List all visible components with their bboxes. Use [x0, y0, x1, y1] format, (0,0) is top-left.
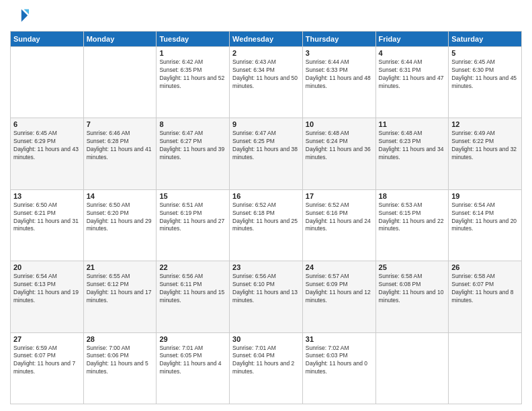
day-number: 11 [379, 120, 446, 128]
day-info: Sunrise: 7:01 AMSunset: 6:04 PMDaylight:… [232, 345, 300, 377]
day-info: Sunrise: 6:43 AMSunset: 6:34 PMDaylight:… [232, 58, 300, 91]
logo [10, 7, 32, 26]
day-number: 8 [159, 120, 226, 128]
weekday-header-saturday: Saturday [449, 32, 522, 47]
calendar-cell: 31Sunrise: 7:02 AMSunset: 6:03 PMDayligh… [302, 332, 375, 404]
day-info: Sunrise: 6:57 AMSunset: 6:09 PMDaylight:… [306, 273, 373, 305]
day-info: Sunrise: 6:48 AMSunset: 6:24 PMDaylight:… [306, 130, 373, 162]
day-number: 23 [232, 263, 300, 271]
day-number: 31 [306, 335, 373, 343]
calendar-cell: 12Sunrise: 6:49 AMSunset: 6:22 PMDayligh… [449, 118, 522, 189]
day-info: Sunrise: 6:42 AMSunset: 6:35 PMDaylight:… [159, 58, 226, 91]
day-info: Sunrise: 6:44 AMSunset: 6:33 PMDaylight:… [306, 58, 373, 91]
day-number: 19 [451, 192, 519, 200]
day-number: 3 [306, 49, 373, 57]
day-number: 21 [87, 263, 154, 271]
calendar-page: SundayMondayTuesdayWednesdayThursdayFrid… [0, 0, 532, 411]
day-number: 16 [232, 192, 300, 200]
day-info: Sunrise: 6:52 AMSunset: 6:18 PMDaylight:… [232, 201, 300, 234]
day-info: Sunrise: 6:50 AMSunset: 6:21 PMDaylight:… [13, 201, 81, 234]
weekday-header-sunday: Sunday [11, 32, 84, 47]
day-number: 1 [159, 49, 226, 57]
day-info: Sunrise: 6:51 AMSunset: 6:19 PMDaylight:… [159, 201, 226, 234]
calendar-cell: 20Sunrise: 6:54 AMSunset: 6:13 PMDayligh… [11, 261, 84, 332]
calendar-cell: 5Sunrise: 6:45 AMSunset: 6:30 PMDaylight… [449, 47, 522, 118]
calendar-cell [83, 47, 157, 118]
day-number: 20 [13, 263, 81, 271]
calendar-cell: 23Sunrise: 6:56 AMSunset: 6:10 PMDayligh… [230, 261, 303, 332]
day-info: Sunrise: 6:54 AMSunset: 6:13 PMDaylight:… [13, 273, 81, 305]
day-number: 17 [306, 192, 373, 200]
calendar-cell: 24Sunrise: 6:57 AMSunset: 6:09 PMDayligh… [302, 261, 375, 332]
day-number: 25 [379, 263, 446, 271]
day-info: Sunrise: 6:58 AMSunset: 6:07 PMDaylight:… [451, 273, 519, 305]
day-number: 7 [87, 120, 154, 128]
day-info: Sunrise: 6:47 AMSunset: 6:27 PMDaylight:… [159, 130, 226, 162]
day-info: Sunrise: 6:49 AMSunset: 6:22 PMDaylight:… [451, 130, 519, 162]
calendar-cell: 17Sunrise: 6:52 AMSunset: 6:16 PMDayligh… [302, 189, 375, 261]
calendar-table: SundayMondayTuesdayWednesdayThursdayFrid… [10, 31, 522, 404]
day-info: Sunrise: 7:02 AMSunset: 6:03 PMDaylight:… [306, 345, 373, 377]
calendar-cell: 11Sunrise: 6:48 AMSunset: 6:23 PMDayligh… [375, 118, 449, 189]
week-row-1: 6Sunrise: 6:45 AMSunset: 6:29 PMDaylight… [11, 118, 522, 189]
calendar-cell: 26Sunrise: 6:58 AMSunset: 6:07 PMDayligh… [449, 261, 522, 332]
day-info: Sunrise: 7:00 AMSunset: 6:06 PMDaylight:… [87, 345, 154, 377]
logo-icon [10, 7, 29, 26]
day-info: Sunrise: 6:54 AMSunset: 6:14 PMDaylight:… [451, 201, 519, 234]
day-info: Sunrise: 6:52 AMSunset: 6:16 PMDaylight:… [306, 201, 373, 234]
calendar-cell: 7Sunrise: 6:46 AMSunset: 6:28 PMDaylight… [83, 118, 157, 189]
day-number: 22 [159, 263, 226, 271]
calendar-cell: 2Sunrise: 6:43 AMSunset: 6:34 PMDaylight… [230, 47, 303, 118]
day-number: 26 [451, 263, 519, 271]
week-row-3: 20Sunrise: 6:54 AMSunset: 6:13 PMDayligh… [11, 261, 522, 332]
week-row-0: 1Sunrise: 6:42 AMSunset: 6:35 PMDaylight… [11, 47, 522, 118]
day-number: 28 [87, 335, 154, 343]
calendar-cell: 25Sunrise: 6:58 AMSunset: 6:08 PMDayligh… [375, 261, 449, 332]
calendar-cell [375, 332, 449, 404]
day-number: 13 [13, 192, 81, 200]
day-number: 18 [379, 192, 446, 200]
weekday-header-wednesday: Wednesday [230, 32, 303, 47]
day-number: 2 [232, 49, 300, 57]
day-info: Sunrise: 6:47 AMSunset: 6:25 PMDaylight:… [232, 130, 300, 162]
calendar-cell: 18Sunrise: 6:53 AMSunset: 6:15 PMDayligh… [375, 189, 449, 261]
calendar-cell [449, 332, 522, 404]
day-info: Sunrise: 6:56 AMSunset: 6:10 PMDaylight:… [232, 273, 300, 305]
weekday-header-row: SundayMondayTuesdayWednesdayThursdayFrid… [11, 32, 522, 47]
day-number: 9 [232, 120, 300, 128]
day-info: Sunrise: 7:01 AMSunset: 6:05 PMDaylight:… [159, 345, 226, 377]
calendar-cell: 21Sunrise: 6:55 AMSunset: 6:12 PMDayligh… [83, 261, 157, 332]
weekday-header-monday: Monday [83, 32, 157, 47]
day-number: 6 [13, 120, 81, 128]
calendar-cell: 6Sunrise: 6:45 AMSunset: 6:29 PMDaylight… [11, 118, 84, 189]
weekday-header-tuesday: Tuesday [157, 32, 230, 47]
day-info: Sunrise: 6:56 AMSunset: 6:11 PMDaylight:… [159, 273, 226, 305]
week-row-4: 27Sunrise: 6:59 AMSunset: 6:07 PMDayligh… [11, 332, 522, 404]
day-number: 12 [451, 120, 519, 128]
day-info: Sunrise: 6:53 AMSunset: 6:15 PMDaylight:… [379, 201, 446, 234]
calendar-cell: 10Sunrise: 6:48 AMSunset: 6:24 PMDayligh… [302, 118, 375, 189]
weekday-header-friday: Friday [375, 32, 449, 47]
day-info: Sunrise: 6:50 AMSunset: 6:20 PMDaylight:… [87, 201, 154, 234]
day-info: Sunrise: 6:46 AMSunset: 6:28 PMDaylight:… [87, 130, 154, 162]
day-number: 4 [379, 49, 446, 57]
calendar-cell: 29Sunrise: 7:01 AMSunset: 6:05 PMDayligh… [157, 332, 230, 404]
day-info: Sunrise: 6:44 AMSunset: 6:31 PMDaylight:… [379, 58, 446, 91]
day-number: 5 [451, 49, 519, 57]
day-info: Sunrise: 6:45 AMSunset: 6:29 PMDaylight:… [13, 130, 81, 162]
week-row-2: 13Sunrise: 6:50 AMSunset: 6:21 PMDayligh… [11, 189, 522, 261]
calendar-cell: 1Sunrise: 6:42 AMSunset: 6:35 PMDaylight… [157, 47, 230, 118]
calendar-cell: 8Sunrise: 6:47 AMSunset: 6:27 PMDaylight… [157, 118, 230, 189]
day-number: 27 [13, 335, 81, 343]
day-number: 10 [306, 120, 373, 128]
day-number: 29 [159, 335, 226, 343]
calendar-cell: 22Sunrise: 6:56 AMSunset: 6:11 PMDayligh… [157, 261, 230, 332]
calendar-cell: 15Sunrise: 6:51 AMSunset: 6:19 PMDayligh… [157, 189, 230, 261]
calendar-cell: 14Sunrise: 6:50 AMSunset: 6:20 PMDayligh… [83, 189, 157, 261]
day-number: 24 [306, 263, 373, 271]
day-info: Sunrise: 6:48 AMSunset: 6:23 PMDaylight:… [379, 130, 446, 162]
calendar-cell: 28Sunrise: 7:00 AMSunset: 6:06 PMDayligh… [83, 332, 157, 404]
calendar-cell: 27Sunrise: 6:59 AMSunset: 6:07 PMDayligh… [11, 332, 84, 404]
day-number: 15 [159, 192, 226, 200]
day-info: Sunrise: 6:55 AMSunset: 6:12 PMDaylight:… [87, 273, 154, 305]
